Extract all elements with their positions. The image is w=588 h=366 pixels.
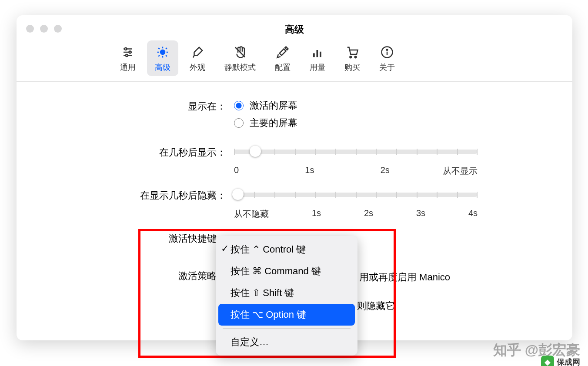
site-badge: ◆ 保成网 [541,356,580,366]
show-after-scale: 0 1s 2s 从不显示 [234,165,478,177]
show-on-row: 显示在： 激活的屏幕 主要的屏幕 [51,99,538,134]
tab-purchase[interactable]: 购买 [337,40,368,76]
svg-rect-8 [313,53,315,57]
tab-usage[interactable]: 用量 [302,40,333,76]
tab-about[interactable]: 关于 [371,40,403,76]
tab-advanced[interactable]: 高级 [147,40,178,76]
show-after-label: 在几秒后显示： [51,145,234,159]
cart-icon [345,45,360,60]
hide-after-row: 在显示几秒后隐藏： 从不隐藏 1s 2s 3s 4s [51,188,538,220]
radio-main-screen[interactable]: 主要的屏幕 [234,116,538,130]
tab-silent[interactable]: 静默模式 [217,40,264,76]
dd-option[interactable]: 按住 ⌥ Option 键 [218,304,355,326]
svg-point-3 [125,48,127,50]
svg-point-6 [160,50,165,54]
tab-label: 购买 [344,62,360,73]
show-on-label: 显示在： [51,99,234,113]
dd-control[interactable]: 按住 ⌃ Control 键 [218,239,355,260]
tab-appearance[interactable]: 外观 [182,40,213,76]
hand-off-icon [233,45,247,60]
shield-icon: ◆ [541,356,554,366]
preferences-window: 高级 通用 高级 外观 静默模式 配置 用量 购买 [17,15,572,340]
dd-separator [223,328,351,329]
info-icon [380,45,394,60]
show-after-slider[interactable] [234,150,478,154]
slider-knob[interactable] [250,146,261,157]
svg-point-4 [129,51,131,53]
dd-custom[interactable]: 自定义… [218,331,355,353]
show-after-row: 在几秒后显示： 0 1s 2s 从不显示 [51,145,538,177]
radio-active-screen[interactable]: 激活的屏幕 [234,99,538,112]
hide-after-scale: 从不隐藏 1s 2s 3s 4s [234,208,478,220]
tab-general[interactable]: 通用 [112,40,144,76]
titlebar: 高级 [17,15,572,40]
tab-label: 通用 [120,62,136,73]
hide-after-slider[interactable] [234,193,478,197]
toolbar: 通用 高级 外观 静默模式 配置 用量 购买 关于 [17,40,572,82]
sliders-icon [120,45,135,60]
svg-rect-9 [317,50,318,57]
svg-point-12 [355,56,357,58]
tab-label: 高级 [155,62,170,73]
tab-label: 配置 [275,62,291,73]
tab-config[interactable]: 配置 [267,40,298,76]
svg-rect-10 [320,52,321,57]
tools-icon [275,45,290,60]
tab-label: 用量 [310,62,325,73]
tab-label: 关于 [379,62,395,73]
gear-icon [155,45,170,60]
hotkey-dropdown[interactable]: 按住 ⌃ Control 键 按住 ⌘ Command 键 按住 ⇧ Shift… [216,236,357,356]
svg-point-5 [126,54,128,57]
tab-label: 静默模式 [224,62,256,73]
svg-point-15 [387,49,388,50]
dd-command[interactable]: 按住 ⌘ Command 键 [218,260,355,282]
dd-shift[interactable]: 按住 ⇧ Shift 键 [218,282,355,304]
brush-icon [190,45,205,60]
slider-knob[interactable] [232,189,244,200]
svg-point-11 [350,56,351,58]
tab-label: 外观 [190,62,205,73]
bar-chart-icon [310,45,325,60]
hide-after-label: 在显示几秒后隐藏： [51,188,234,202]
window-title: 高级 [17,23,572,36]
